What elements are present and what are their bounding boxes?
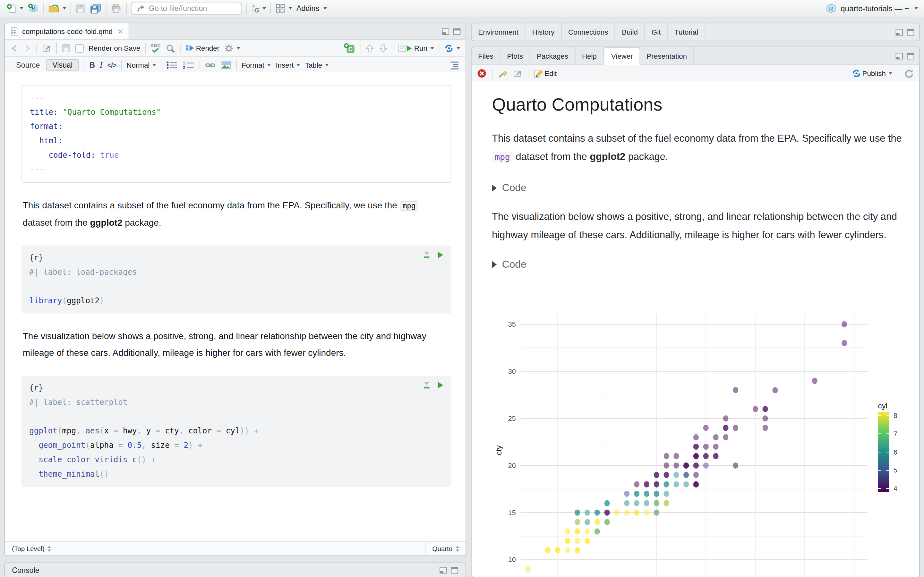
addins-menu[interactable]: Addins bbox=[296, 4, 327, 13]
doc-type-selector[interactable]: Quarto bbox=[426, 542, 465, 556]
minimize-pane-icon[interactable] bbox=[895, 29, 903, 35]
render-button[interactable]: Render bbox=[185, 44, 220, 53]
code-fold-toggle-2[interactable]: Code bbox=[492, 259, 919, 271]
close-tab-icon[interactable]: ✕ bbox=[118, 27, 124, 35]
save-all-button[interactable] bbox=[89, 3, 102, 14]
tab-environment[interactable]: Environment bbox=[472, 23, 525, 41]
viewer-content[interactable]: Quarto Computations This dataset contain… bbox=[472, 81, 919, 577]
minimize-pane-icon[interactable] bbox=[439, 566, 447, 574]
publish-caret[interactable] bbox=[889, 72, 892, 74]
save-icon-disabled[interactable] bbox=[61, 44, 71, 53]
visual-mode-button[interactable]: Visual bbox=[46, 59, 79, 71]
link-icon[interactable] bbox=[205, 61, 216, 69]
go-up-icon[interactable] bbox=[365, 43, 374, 53]
tab-computations-code-fold[interactable]: computations-code-fold.qmd ✕ bbox=[5, 23, 129, 39]
render-on-save-checkbox[interactable] bbox=[75, 44, 84, 52]
run-caret[interactable] bbox=[430, 47, 434, 49]
tab-help[interactable]: Help bbox=[575, 47, 604, 64]
workspace-panes-button[interactable] bbox=[275, 3, 292, 14]
back-icon[interactable] bbox=[10, 44, 19, 52]
refresh-icon[interactable] bbox=[904, 68, 914, 78]
code-chunk-scatterplot[interactable]: {r}#| label: scatterplot ggplot(mpg, aes… bbox=[21, 376, 451, 487]
maximize-pane-icon[interactable] bbox=[907, 29, 914, 35]
tab-packages[interactable]: Packages bbox=[530, 47, 575, 64]
forward-icon[interactable] bbox=[23, 44, 32, 52]
minimize-pane-icon[interactable] bbox=[895, 52, 903, 59]
open-file-button[interactable] bbox=[48, 3, 66, 14]
insert-menu[interactable]: Insert bbox=[276, 61, 300, 69]
tab-viewer[interactable]: Viewer bbox=[604, 47, 640, 65]
tab-build[interactable]: Build bbox=[615, 23, 645, 41]
version-control-caret[interactable] bbox=[262, 7, 266, 9]
svg-text:5: 5 bbox=[893, 466, 897, 474]
run-chunks-above-icon[interactable] bbox=[423, 381, 431, 390]
yaml-front-matter-block[interactable]: ---title: "Quarto Computations"format: h… bbox=[21, 85, 451, 183]
editor-content[interactable]: ---title: "Quarto Computations"format: h… bbox=[5, 72, 465, 542]
tab-connections[interactable]: Connections bbox=[562, 23, 615, 41]
new-project-icon: R bbox=[27, 3, 39, 14]
goto-file-function-input[interactable]: Go to file/function bbox=[131, 2, 242, 15]
run-chunks-above-icon[interactable] bbox=[423, 251, 431, 259]
editor-paragraph-2[interactable]: The visualization below shows a positive… bbox=[23, 328, 450, 361]
svg-text:25: 25 bbox=[508, 415, 516, 422]
open-file-caret[interactable] bbox=[63, 7, 66, 9]
editor-mode-toggle: Source Visual bbox=[10, 59, 79, 71]
tab-presentation[interactable]: Presentation bbox=[640, 47, 694, 64]
go-down-icon[interactable] bbox=[379, 43, 388, 53]
toolbar-separator bbox=[898, 68, 898, 79]
version-control-button[interactable]: +−G bbox=[251, 3, 266, 14]
run-chunk-icon[interactable] bbox=[437, 381, 444, 390]
open-in-window-icon[interactable] bbox=[42, 44, 51, 52]
render-settings-button[interactable] bbox=[224, 43, 240, 53]
tab-git[interactable]: Git bbox=[645, 23, 668, 41]
insert-chunk-icon[interactable]: C bbox=[344, 43, 355, 53]
source-mode-button[interactable]: Source bbox=[10, 59, 46, 70]
new-project-button[interactable]: R bbox=[27, 3, 39, 14]
outline-toggle-icon[interactable] bbox=[449, 60, 460, 69]
open-in-window-icon[interactable] bbox=[513, 69, 522, 77]
search-icon[interactable] bbox=[166, 43, 175, 53]
inline-code-button[interactable]: </> bbox=[107, 61, 116, 68]
image-icon[interactable] bbox=[221, 60, 232, 69]
project-menu[interactable]: R quarto-tutorials — ~ bbox=[826, 3, 918, 14]
source-publish-button[interactable] bbox=[444, 43, 460, 53]
toolbar-separator bbox=[439, 43, 439, 53]
maximize-pane-icon[interactable] bbox=[451, 566, 459, 574]
new-file-button[interactable] bbox=[6, 3, 23, 14]
toolbar-separator bbox=[56, 43, 57, 53]
project-caret bbox=[914, 7, 918, 9]
numbered-list-icon[interactable]: 12 bbox=[183, 61, 195, 69]
save-button-disabled[interactable] bbox=[75, 3, 86, 13]
console-pane-header[interactable]: Console bbox=[4, 562, 466, 577]
tab-tutorial[interactable]: Tutorial bbox=[668, 23, 706, 41]
maximize-pane-icon[interactable] bbox=[453, 28, 461, 35]
publish-button[interactable]: Publish bbox=[851, 68, 892, 78]
run-chunk-icon[interactable] bbox=[437, 251, 444, 259]
tab-plots[interactable]: Plots bbox=[501, 47, 530, 64]
spellcheck-icon[interactable]: ABC bbox=[150, 44, 161, 53]
editor-paragraph-1[interactable]: This dataset contains a subset of the fu… bbox=[23, 197, 450, 231]
table-menu[interactable]: Table bbox=[305, 61, 329, 69]
bullet-list-icon[interactable] bbox=[166, 61, 178, 69]
code-chunk-load-packages[interactable]: {r}#| label: load-packages library(ggplo… bbox=[21, 245, 451, 314]
panes-caret[interactable] bbox=[289, 7, 292, 9]
maximize-pane-icon[interactable] bbox=[907, 52, 914, 59]
bold-button[interactable]: B bbox=[89, 60, 95, 69]
editor-toolbar: Render on Save ABC Render C Run bbox=[5, 40, 465, 57]
stop-icon[interactable] bbox=[477, 68, 487, 78]
scope-selector[interactable]: (Top Level) bbox=[5, 545, 426, 552]
new-document-icon bbox=[6, 3, 17, 14]
paragraph-style-select[interactable]: Normal bbox=[126, 61, 156, 69]
print-button[interactable] bbox=[111, 3, 122, 14]
tab-history[interactable]: History bbox=[525, 23, 561, 41]
clear-broom-icon[interactable] bbox=[498, 68, 507, 78]
edit-button[interactable]: Edit bbox=[534, 68, 557, 78]
run-button[interactable]: Run bbox=[398, 43, 434, 53]
format-menu[interactable]: Format bbox=[242, 61, 271, 69]
publish-caret[interactable] bbox=[457, 47, 460, 49]
code-fold-toggle-1[interactable]: Code bbox=[492, 182, 919, 194]
tab-files[interactable]: Files bbox=[472, 47, 501, 64]
new-file-caret[interactable] bbox=[19, 7, 23, 9]
italic-button[interactable]: I bbox=[100, 60, 103, 69]
minimize-pane-icon[interactable] bbox=[442, 28, 449, 35]
